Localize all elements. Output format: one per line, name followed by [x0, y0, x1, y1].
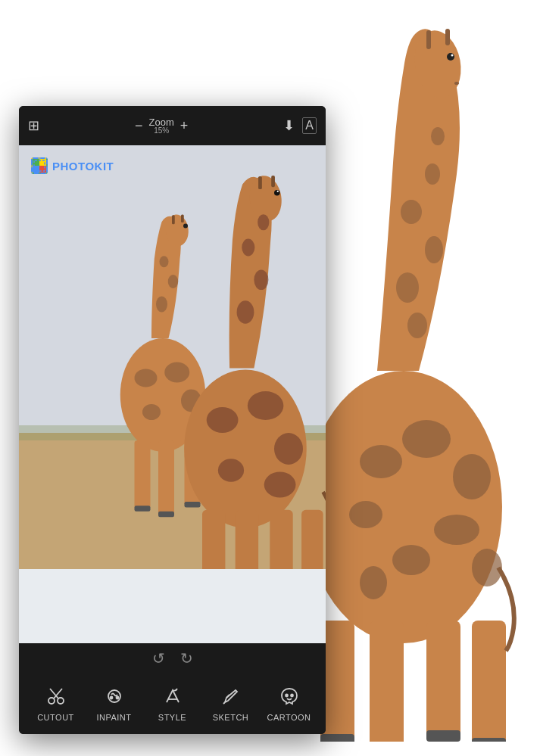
svg-rect-8: [370, 621, 404, 742]
svg-rect-58: [271, 176, 275, 187]
zoom-value: 15%: [149, 127, 174, 135]
inpaint-icon: [104, 686, 125, 710]
svg-point-82: [108, 690, 120, 702]
svg-point-22: [360, 566, 387, 599]
svg-point-15: [360, 445, 402, 478]
svg-point-67: [274, 433, 303, 465]
svg-point-60: [277, 191, 279, 192]
svg-line-86: [223, 702, 225, 704]
svg-point-46: [164, 362, 189, 383]
photokit-logo-icon: [31, 157, 48, 174]
svg-rect-10: [472, 621, 506, 742]
svg-point-84: [116, 697, 118, 699]
svg-rect-9: [426, 621, 460, 738]
tool-cartoon[interactable]: CARTOON: [267, 686, 312, 722]
svg-point-21: [472, 549, 502, 586]
layers-icon[interactable]: ⊞: [28, 117, 39, 134]
svg-point-79: [58, 698, 64, 704]
svg-rect-49: [135, 440, 151, 509]
svg-rect-40: [181, 215, 184, 223]
svg-point-17: [453, 454, 491, 499]
undo-redo-bar: ↺ ↻: [19, 643, 326, 674]
svg-point-83: [110, 697, 112, 699]
svg-point-4: [447, 53, 454, 61]
svg-point-16: [402, 420, 451, 458]
svg-rect-57: [258, 176, 262, 189]
svg-rect-50: [158, 440, 174, 515]
svg-point-44: [160, 256, 169, 267]
cutout-label: CUTOUT: [37, 713, 74, 722]
svg-point-18: [349, 501, 382, 528]
svg-rect-52: [135, 506, 151, 512]
style-label: STYLE: [158, 713, 186, 722]
toolbar-center: − Zoom 15% +: [47, 117, 276, 135]
svg-point-28: [431, 127, 445, 145]
svg-point-68: [218, 459, 244, 481]
svg-point-24: [425, 236, 443, 263]
svg-rect-54: [185, 502, 201, 508]
zoom-out-button[interactable]: −: [133, 117, 145, 135]
tool-inpaint[interactable]: INPAINT: [92, 686, 137, 722]
svg-point-45: [135, 369, 158, 387]
svg-rect-11: [320, 734, 354, 742]
svg-point-27: [407, 313, 427, 338]
cartoon-label: CARTOON: [267, 713, 311, 722]
svg-rect-3: [445, 29, 450, 45]
svg-rect-71: [236, 510, 258, 569]
svg-point-5: [451, 54, 454, 57]
bottom-toolbar: ↺ ↻ CUTOUT: [19, 643, 326, 734]
svg-point-23: [396, 272, 419, 303]
app-panel: ⊞ − Zoom 15% + ⬇ A: [19, 106, 326, 734]
inpaint-label: INPAINT: [96, 713, 131, 722]
svg-point-59: [274, 190, 280, 196]
svg-rect-72: [270, 510, 292, 569]
zoom-display: Zoom 15%: [149, 117, 174, 135]
zoom-in-button[interactable]: +: [179, 117, 190, 135]
svg-point-69: [264, 471, 296, 497]
svg-rect-53: [158, 512, 174, 518]
toolbar: ⊞ − Zoom 15% + ⬇ A: [19, 106, 326, 145]
svg-point-66: [248, 391, 284, 420]
svg-point-41: [183, 224, 188, 229]
cartoon-icon: [279, 686, 300, 710]
svg-rect-13: [426, 730, 460, 742]
font-icon[interactable]: A: [302, 117, 317, 134]
svg-point-62: [254, 269, 268, 290]
tool-cutout[interactable]: CUTOUT: [33, 686, 79, 722]
style-icon: [162, 686, 183, 710]
toolbar-left: ⊞: [28, 117, 39, 134]
svg-point-42: [156, 297, 167, 313]
sketch-label: SKETCH: [213, 713, 249, 722]
sketch-icon: [220, 686, 242, 710]
svg-point-25: [401, 200, 422, 224]
download-icon[interactable]: ⬇: [283, 117, 295, 134]
tools-bar: CUTOUT INPAINT: [19, 674, 326, 734]
svg-point-64: [258, 214, 269, 230]
svg-point-0: [305, 371, 502, 643]
photokit-logo[interactable]: PHOTOKIT: [31, 157, 114, 174]
svg-rect-39: [172, 215, 175, 224]
cutout-icon: [45, 686, 67, 710]
svg-point-6: [454, 82, 459, 85]
svg-point-19: [434, 515, 479, 545]
svg-point-88: [291, 695, 293, 697]
svg-point-65: [207, 407, 239, 433]
svg-point-61: [237, 300, 254, 323]
svg-rect-14: [472, 738, 506, 742]
canvas-area: PHOTOKIT: [19, 145, 326, 643]
tool-style[interactable]: STYLE: [150, 686, 195, 722]
svg-point-43: [168, 275, 179, 288]
svg-rect-70: [202, 510, 225, 569]
undo-button[interactable]: ↺: [152, 649, 165, 667]
svg-point-48: [142, 404, 161, 420]
svg-point-78: [48, 698, 55, 704]
svg-point-63: [242, 239, 254, 257]
svg-rect-2: [426, 30, 431, 49]
photokit-label: PHOTOKIT: [52, 160, 114, 173]
canvas-image: [19, 145, 326, 643]
svg-point-26: [425, 163, 440, 185]
tool-sketch[interactable]: SKETCH: [208, 686, 254, 722]
redo-button[interactable]: ↻: [180, 649, 193, 667]
toolbar-right: ⬇ A: [283, 117, 317, 134]
svg-rect-73: [301, 510, 323, 569]
